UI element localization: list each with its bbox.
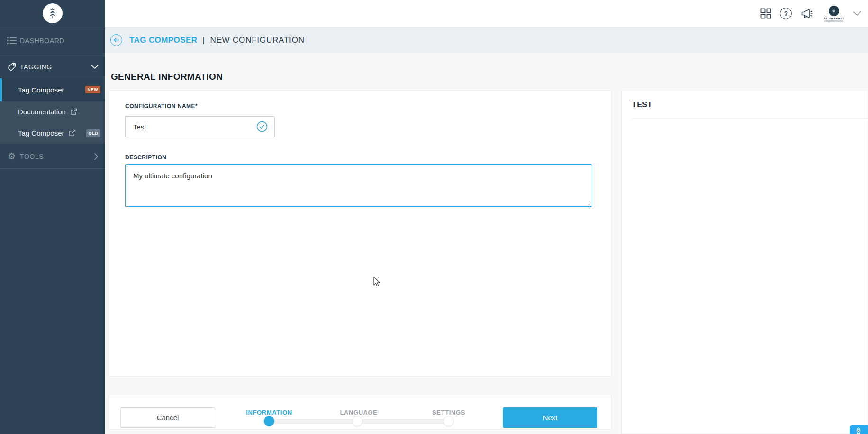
- sidebar-item-label: TOOLS: [20, 153, 44, 160]
- step-dot-settings[interactable]: [443, 416, 454, 426]
- feedback-button[interactable]: [850, 425, 868, 434]
- app-window: DASHBOARD TAGGING Tag Composer NEW Docum…: [0, 0, 868, 434]
- preview-panel-title: TEST: [632, 101, 652, 109]
- description-textarea[interactable]: My ultimate configuration: [125, 164, 592, 207]
- step-dot-language[interactable]: [352, 416, 362, 426]
- sidebar-item-tag-composer-old[interactable]: Tag Composer OLD: [0, 122, 105, 144]
- step-dot-information[interactable]: [264, 416, 274, 426]
- external-link-icon: [70, 108, 77, 115]
- sidebar-item-tag-composer[interactable]: Tag Composer NEW: [0, 78, 105, 101]
- description-label: DESCRIPTION: [125, 154, 167, 161]
- breadcrumb-app-title[interactable]: TAG COMPOSER: [129, 36, 197, 45]
- breadcrumb-separator: |: [202, 36, 205, 45]
- megaphone-icon[interactable]: [800, 8, 813, 19]
- section-title: GENERAL INFORMATION: [111, 72, 223, 82]
- sidebar: DASHBOARD TAGGING Tag Composer NEW Docum…: [0, 0, 105, 434]
- cancel-button[interactable]: Cancel: [120, 407, 215, 428]
- leaf-icon: [45, 6, 60, 20]
- tag-icon: [5, 62, 19, 72]
- sidebar-item-tools[interactable]: ⚙ TOOLS: [0, 144, 105, 169]
- check-circle-icon: [256, 120, 268, 133]
- external-link-icon: [69, 129, 76, 137]
- page-header: TAG COMPOSER | NEW CONFIGURATION: [105, 27, 868, 53]
- sidebar-item-label: TAGGING: [20, 63, 52, 71]
- sidebar-item-label: Documentation: [18, 108, 66, 116]
- page-title: NEW CONFIGURATION: [210, 36, 304, 45]
- account-menu[interactable]: AT INTERNET: [823, 6, 844, 22]
- top-bar-icons: ? AT INTERNET: [760, 0, 861, 27]
- configuration-name-input[interactable]: [125, 116, 275, 137]
- old-badge: OLD: [86, 129, 101, 137]
- breadcrumb: TAG COMPOSER | NEW CONFIGURATION: [129, 36, 305, 45]
- account-tagline: [824, 20, 843, 22]
- sidebar-item-tagging[interactable]: TAGGING: [0, 55, 105, 78]
- wizard-footer: Cancel INFORMATION LANGUAGE SETTINGS Nex…: [109, 395, 611, 430]
- rocket-icon: [853, 426, 864, 434]
- at-internet-logo-icon: [43, 3, 63, 23]
- account-name: AT INTERNET: [823, 17, 844, 20]
- chevron-right-icon: [94, 153, 99, 160]
- sidebar-item-dashboard[interactable]: DASHBOARD: [0, 27, 105, 55]
- next-button[interactable]: Next: [503, 407, 597, 428]
- avatar: [829, 6, 839, 16]
- sidebar-item-label: Tag Composer: [18, 129, 64, 137]
- gear-icon: ⚙: [5, 152, 19, 161]
- sidebar-item-label: DASHBOARD: [20, 37, 64, 45]
- step-label-information[interactable]: INFORMATION: [246, 409, 292, 416]
- step-label-settings[interactable]: SETTINGS: [432, 409, 465, 416]
- question-mark-glyph: ?: [780, 8, 792, 19]
- chevron-down-icon[interactable]: [853, 11, 861, 16]
- configuration-name-label: CONFIGURATION NAME*: [125, 103, 198, 110]
- new-badge: NEW: [85, 86, 101, 93]
- configuration-name-field-wrap: [125, 116, 275, 137]
- sidebar-item-label: Tag Composer: [18, 86, 64, 94]
- chevron-down-icon: [91, 65, 99, 69]
- step-label-language[interactable]: LANGUAGE: [340, 409, 377, 416]
- preview-panel: TEST: [621, 91, 868, 434]
- sidebar-item-documentation[interactable]: Documentation: [0, 101, 105, 122]
- divider: [632, 118, 868, 119]
- general-information-card: CONFIGURATION NAME* DESCRIPTION My ultim…: [109, 90, 611, 377]
- back-button[interactable]: [110, 34, 122, 46]
- sidebar-logo[interactable]: [0, 0, 105, 27]
- apps-grid-icon[interactable]: [760, 8, 771, 19]
- arrow-left-icon: [113, 37, 119, 43]
- top-bar: ? AT INTERNET: [105, 0, 868, 27]
- list-icon: [5, 37, 19, 45]
- help-icon[interactable]: ?: [780, 8, 792, 19]
